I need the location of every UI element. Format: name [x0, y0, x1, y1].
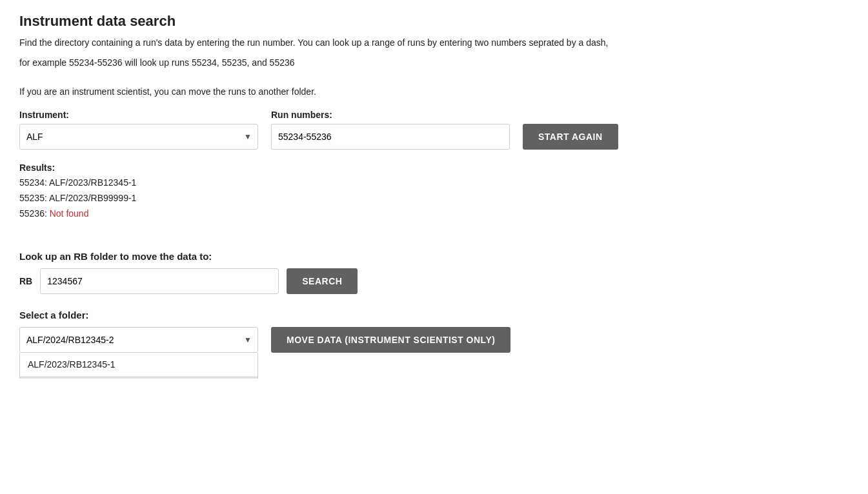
folder-section: Select a folder: ALF/2023/RB12345-1 ALF/… [19, 310, 849, 353]
rb-row: RB SEARCH [19, 268, 849, 294]
dropdown-item-2[interactable]: ALF/2024/RB12345-2 [20, 377, 257, 379]
instrument-scientist-note: If you are an instrument scientist, you … [19, 86, 849, 97]
instrument-run-row: Instrument: ALF CRISP ENGIN-X GEM HET HR… [19, 110, 849, 150]
result-line-3: 55236: Not found [19, 206, 849, 222]
start-again-button[interactable]: START AGAIN [523, 124, 618, 150]
result-run-3-prefix: 55236: [19, 208, 50, 219]
folder-row: ALF/2023/RB12345-1 ALF/2024/RB12345-2 AL… [19, 327, 849, 353]
result-line-1: 55234: ALF/2023/RB12345-1 [19, 175, 849, 191]
results-label: Results: [19, 163, 849, 173]
move-data-button[interactable]: MOVE DATA (INSTRUMENT SCIENTIST ONLY) [271, 327, 510, 353]
run-numbers-input[interactable] [271, 124, 510, 150]
folder-select-wrapper: ALF/2023/RB12345-1 ALF/2024/RB12345-2 AL… [19, 327, 258, 353]
dropdown-item-1[interactable]: ALF/2023/RB12345-1 [20, 353, 257, 377]
instrument-label: Instrument: [19, 110, 258, 120]
page-title: Instrument data search [19, 13, 849, 30]
rb-folder-section: Look up an RB folder to move the data to… [19, 251, 849, 294]
result-run-2: 55235: ALF/2023/RB99999-1 [19, 193, 136, 203]
result-run-1: 55234: ALF/2023/RB12345-1 [19, 177, 136, 188]
run-numbers-form-group: Run numbers: [271, 110, 510, 150]
result-not-found: Not found [50, 208, 89, 219]
description-line1: Find the directory containing a run's da… [19, 36, 845, 50]
search-button[interactable]: SEARCH [287, 268, 358, 294]
instrument-select-wrapper: ALF CRISP ENGIN-X GEM HET HRPD INES IRIS… [19, 124, 258, 150]
run-numbers-label: Run numbers: [271, 110, 510, 120]
result-line-2: 55235: ALF/2023/RB99999-1 [19, 191, 849, 206]
rb-folder-label: Look up an RB folder to move the data to… [19, 251, 849, 262]
folder-dropdown-list: ALF/2023/RB12345-1 ALF/2024/RB12345-2 AL… [19, 353, 258, 379]
instrument-form-group: Instrument: ALF CRISP ENGIN-X GEM HET HR… [19, 110, 258, 150]
rb-input[interactable] [40, 268, 279, 294]
instrument-select[interactable]: ALF CRISP ENGIN-X GEM HET HRPD INES IRIS… [19, 124, 258, 150]
results-section: Results: 55234: ALF/2023/RB12345-1 55235… [19, 163, 849, 221]
folder-select[interactable]: ALF/2023/RB12345-1 ALF/2024/RB12345-2 AL… [19, 327, 258, 353]
folder-select-label: Select a folder: [19, 310, 849, 321]
rb-prefix: RB [19, 276, 32, 286]
description-line2: for example 55234-55236 will look up run… [19, 56, 845, 70]
